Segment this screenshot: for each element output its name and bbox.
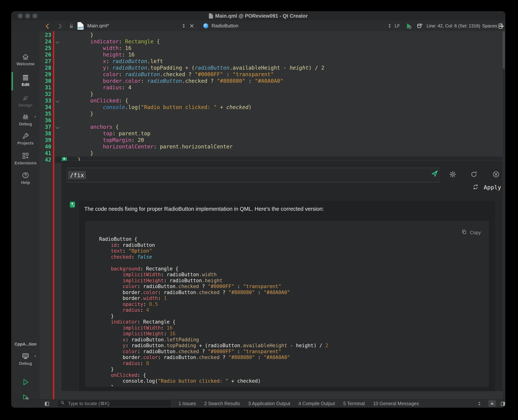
symbol-updown-icon[interactable] [387,23,392,29]
symbol-selector[interactable]: RadioButton [211,21,238,31]
sidebar-item-extensions[interactable]: Extensions [11,152,40,165]
sidebar-item-edit[interactable]: Edit [11,74,40,87]
fold-marker-icon[interactable] [56,125,59,129]
editor-line-24[interactable]: 24 indicator: Rectangle { [40,38,503,45]
debug-flyout-arrow-icon[interactable] [34,115,37,119]
output-pane-search-results[interactable]: 2 Search Results [204,401,240,406]
suggested-code-line [99,260,488,266]
suggested-code-line: color: radioButton.checked ? "#0000FF" :… [99,284,488,290]
output-pane-issues[interactable]: 1 Issues [179,401,196,406]
editor-line-23[interactable]: 23 } [40,32,503,38]
suggested-code-line: background: Rectangle { [99,266,488,272]
editor-line-27[interactable]: 27 x: radioButton.left [40,58,503,65]
output-pane-application-output[interactable]: 3 Application Output [248,401,290,406]
editor-line-38[interactable]: 38 top: parent.top [40,130,503,137]
document-icon [209,13,213,19]
suggested-code: RadioButton { id: radioButton text: "Opt… [86,221,488,387]
code-text: height: 16 [65,52,135,58]
editor-line-35[interactable]: 35 } [40,111,503,117]
code-suggestion-block: Copy RadioButton { id: radioButton text:… [85,221,488,387]
regenerate-icon[interactable] [470,171,477,179]
line-number: 38 [40,130,51,137]
window-title: Main.qml @ POReview091 - Qt Creator [11,11,505,21]
editor-line-40[interactable]: 40 horizontalCenter: parent.horizontalCe… [40,143,503,150]
editor-line-31[interactable]: 31 radius: 4 [40,84,503,91]
assistant-response: The code needs fixing for proper RadioBu… [78,200,496,391]
code-model-icon[interactable] [416,22,423,29]
mode-sidebar: Welcome Edit Design Debug Projects Exten… [11,31,40,407]
code-text: console.log("Radio button clicked: " + c… [65,104,252,111]
suggested-code-line: } [99,313,488,319]
document-dropdown-icon[interactable] [181,23,186,29]
suggested-code-line: color: radioButton.checked ? "#0000FF" :… [99,349,488,355]
editor-line-41[interactable]: 41 } [40,150,503,157]
edit-lines-icon [11,74,40,81]
pane-sorter-icon[interactable] [477,401,482,407]
sidebar-item-welcome[interactable]: Welcome [11,53,40,67]
sidebar-item-help[interactable]: Help [11,172,40,185]
fold-marker-icon[interactable] [56,40,59,44]
symbol-type-icon [203,23,208,28]
line-number: 40 [40,143,51,150]
output-pane-terminal[interactable]: 5 Terminal [343,401,365,406]
suggested-code-line: console.log("Radio button clicked: " + c… [99,378,488,384]
expand-output-pane-button[interactable] [488,400,496,407]
output-pane-compile-output[interactable]: 4 Compile Output [298,401,335,406]
code-text: width: 16 [65,45,131,52]
editor-line-33[interactable]: 33 onClicked: { [40,98,503,104]
editor-line-28[interactable]: 28 y: radioButton.topPadding + (radioBut… [40,65,503,71]
editor-line-37[interactable]: 37 anchors { [40,124,503,130]
editor-line-36[interactable]: 36 [40,117,503,124]
open-document-name[interactable]: Main.qml* [87,21,109,31]
suggested-code-line: border.width: 1 [99,295,488,301]
toggle-right-sidebar-icon[interactable] [500,401,505,407]
lock-icon[interactable] [68,23,74,29]
cursor-position-indicator[interactable]: Line: 42, Col: 6 (Sel: 1316) [427,21,480,31]
sync-icon [472,184,479,191]
suggested-code-line: border.color: radioButton.checked ? "#80… [99,354,488,360]
apply-button[interactable]: Apply [472,184,501,191]
code-text: color: radioButton.checked ? "#0000FF" :… [65,71,274,78]
kit-flyout-arrow-icon[interactable] [34,354,37,359]
line-ending-indicator[interactable]: LF [395,21,400,31]
editor-line-32[interactable]: 32 } [40,91,503,98]
send-prompt-icon[interactable] [431,170,438,178]
locator-field[interactable]: Type to locate (⌘K) [58,400,171,407]
split-editor-icon[interactable] [498,23,504,29]
sidebar-item-projects[interactable]: Projects [11,133,40,146]
line-number: 35 [40,111,51,117]
sidebar-item-design: Design [11,95,40,108]
suggested-code-line: RadioButton { [99,236,488,242]
line-number: 26 [40,52,51,58]
code-text: border.color: radioButton.checked ? "#80… [65,78,283,84]
go-back-icon[interactable] [45,23,51,29]
code-text: anchors { [65,124,119,130]
run-button[interactable] [11,378,40,386]
ai-prompt-input[interactable]: /fix [67,168,440,182]
editor-line-30[interactable]: 30 border.color: radioButton.checked ? "… [40,78,503,84]
editor-line-26[interactable]: 26 height: 16 [40,52,503,58]
line-number: 28 [40,65,51,71]
suggested-code-line: } [99,384,488,387]
suggested-code-line: implicitHeight: radioButton.height [99,278,488,284]
toggle-left-sidebar-icon[interactable] [44,401,50,407]
suggested-code-line: onClicked: { [99,372,488,378]
close-document-icon[interactable] [189,23,194,28]
output-pane-general-messages[interactable]: 10 General Messages [373,401,419,406]
code-text: radius: 4 [65,84,131,91]
editor-line-29[interactable]: 29 color: radioButton.checked ? "#0000FF… [40,71,503,78]
go-forward-icon[interactable] [57,23,63,29]
suggested-code-line: indicator: Rectangle { [99,319,488,325]
qml-preview-icon[interactable] [405,22,412,29]
close-assistant-icon[interactable] [493,171,500,179]
wrench-icon [11,133,40,140]
editor-line-25[interactable]: 25 width: 16 [40,45,503,52]
editor-line-39[interactable]: 39 topMargin: 20 [40,137,503,143]
settings-icon[interactable] [449,171,456,179]
code-text: top: parent.top [65,130,150,137]
line-number: 39 [40,137,51,143]
assistant-message: The code needs fixing for proper RadioBu… [84,206,324,212]
fold-marker-icon[interactable] [56,99,59,103]
editor-line-34[interactable]: 34 console.log("Radio button clicked: " … [40,104,503,111]
code-text: topMargin: 20 [65,137,144,143]
